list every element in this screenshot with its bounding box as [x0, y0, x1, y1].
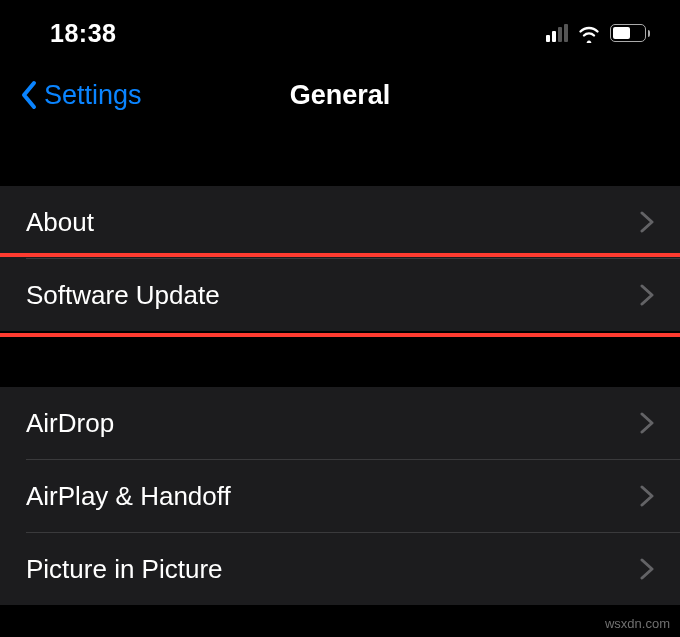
status-icons: [546, 23, 650, 43]
status-bar: 18:38: [0, 0, 680, 60]
list-item-label: About: [26, 207, 94, 238]
section-gap: [0, 130, 680, 186]
chevron-right-icon: [640, 284, 654, 306]
chevron-left-icon: [20, 80, 40, 110]
list-item-airdrop[interactable]: AirDrop: [0, 387, 680, 459]
list-item-picture-in-picture[interactable]: Picture in Picture: [0, 533, 680, 605]
wifi-icon: [576, 23, 602, 43]
navigation-bar: Settings General: [0, 60, 680, 130]
list-item-about[interactable]: About: [0, 186, 680, 258]
battery-icon: [610, 24, 650, 42]
status-time: 18:38: [50, 19, 116, 48]
list-group-1: About Software Update: [0, 186, 680, 331]
back-label: Settings: [44, 80, 142, 111]
list-item-label: AirDrop: [26, 408, 114, 439]
list-item-software-update[interactable]: Software Update: [0, 259, 680, 331]
list-item-label: AirPlay & Handoff: [26, 481, 231, 512]
list-item-label: Software Update: [26, 280, 220, 311]
back-button[interactable]: Settings: [20, 80, 142, 111]
cellular-signal-icon: [546, 24, 568, 42]
list-group-2: AirDrop AirPlay & Handoff Picture in Pic…: [0, 387, 680, 605]
chevron-right-icon: [640, 485, 654, 507]
chevron-right-icon: [640, 558, 654, 580]
section-gap: [0, 331, 680, 387]
watermark: wsxdn.com: [605, 616, 670, 631]
chevron-right-icon: [640, 211, 654, 233]
page-title: General: [290, 80, 391, 111]
list-item-airplay-handoff[interactable]: AirPlay & Handoff: [0, 460, 680, 532]
list-item-label: Picture in Picture: [26, 554, 223, 585]
chevron-right-icon: [640, 412, 654, 434]
